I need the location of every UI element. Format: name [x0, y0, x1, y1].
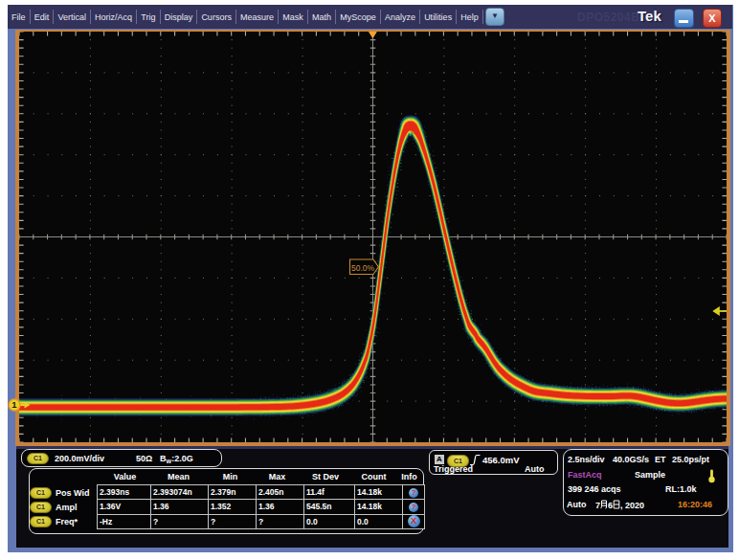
svg-text:50.0%: 50.0%	[351, 263, 375, 273]
svg-text:1: 1	[11, 399, 17, 410]
